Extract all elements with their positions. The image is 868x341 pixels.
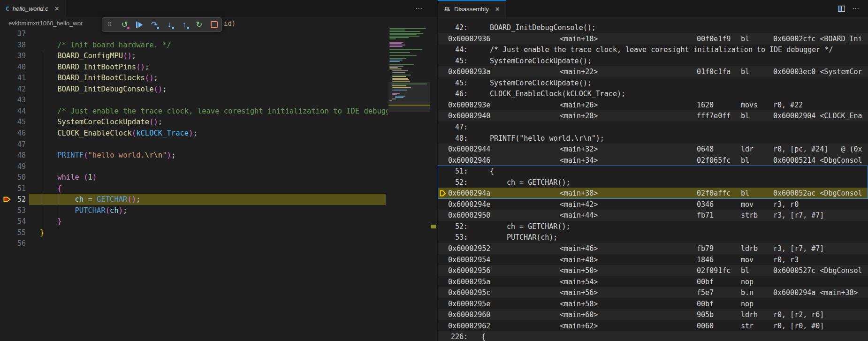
disasm-instruction-row-0x6000294e[interactable]: 0x6000294e<main+42>0346movr3, r0 bbox=[438, 199, 868, 210]
close-tab-icon[interactable]: ✕ bbox=[495, 6, 500, 13]
disasm-source-line-row[interactable]: 46:CLOCK_EnableClock(kCLOCK_Trace); bbox=[438, 88, 868, 99]
disasm-source-line-row[interactable]: 45:SystemCoreClockUpdate(); bbox=[438, 55, 868, 67]
code-line-43[interactable]: 43 bbox=[0, 94, 388, 106]
disasm-instruction-row-0x6000294a[interactable]: 0x6000294a<main+38>02f0affcbl0x600052ac … bbox=[438, 188, 868, 199]
line-number[interactable]: 48 bbox=[0, 150, 26, 161]
disasm-instruction-row-0x60002940[interactable]: 0x60002940<main+28>fff7e0ffbl0x60002904 … bbox=[438, 110, 868, 121]
instruction-address: 0x60002954 bbox=[448, 254, 490, 265]
code-line-40[interactable]: 40BOARD_InitBootPins(); bbox=[0, 61, 388, 73]
disasm-source-line-row[interactable]: 226:{ bbox=[438, 331, 868, 341]
overview-ruler-scrollbar[interactable] bbox=[430, 17, 437, 341]
step-into-button[interactable]: ↓ bbox=[164, 19, 175, 30]
step-out-button[interactable]: ↑ bbox=[179, 19, 190, 30]
disasm-instruction-row-0x60002936[interactable]: 0x60002936<main+18>00f0e1f9bl0x60002cfc … bbox=[438, 33, 868, 45]
restart-button[interactable]: ↻ bbox=[193, 19, 205, 30]
line-number[interactable]: 53 bbox=[0, 205, 26, 216]
disasm-instruction-row-0x60002954[interactable]: 0x60002954<main+48>1846movr0, r3 bbox=[438, 254, 868, 265]
disasm-source-line-row[interactable]: 44:/* Just enable the trace clock, leave… bbox=[438, 44, 868, 55]
line-number[interactable]: 42 bbox=[0, 83, 26, 95]
line-number[interactable]: 56 bbox=[0, 238, 26, 249]
line-number[interactable]: 49 bbox=[0, 161, 26, 172]
disasm-source-line-row[interactable]: 42:BOARD_InitDebugConsole(); bbox=[438, 22, 868, 33]
code-line-53[interactable]: 53PUTCHAR(ch); bbox=[0, 205, 388, 216]
disasm-instruction-row-0x60002962[interactable]: 0x60002962<main+62>0060strr0, [r0, #0] bbox=[438, 320, 868, 332]
disasm-source-line-row[interactable]: 48:PRINTF("hello world.\r\n"); bbox=[438, 133, 868, 144]
machine-code: 1846 bbox=[697, 254, 714, 265]
disasm-instruction-row-0x60002956[interactable]: 0x60002956<main+50>02f091fcbl0x6000527c … bbox=[438, 265, 868, 276]
disasm-instruction-row-0x6000295c[interactable]: 0x6000295c<main+56>f5e7b.n0x6000294a <ma… bbox=[438, 287, 868, 298]
code-line-42[interactable]: 42BOARD_InitDebugConsole(); bbox=[0, 83, 388, 95]
line-number[interactable]: 45 bbox=[0, 116, 26, 128]
disasm-source-line-row[interactable]: 53:PUTCHAR(ch); bbox=[438, 232, 868, 243]
line-number[interactable]: 44 bbox=[0, 106, 26, 117]
disassembly-view[interactable]: 42:BOARD_InitDebugConsole();0x60002936<m… bbox=[438, 17, 868, 341]
code-line-46[interactable]: 46CLOCK_EnableClock(kCLOCK_Trace); bbox=[0, 128, 388, 139]
code-text: BOARD_ConfigMPU(); bbox=[57, 50, 136, 61]
disasm-source-line-row[interactable]: 52:ch = GETCHAR(); bbox=[438, 221, 868, 232]
code-line-38[interactable]: 38/* Init board hardware. */ bbox=[0, 39, 388, 51]
line-number[interactable]: 38 bbox=[0, 39, 26, 51]
disasm-instruction-row-0x6000295a[interactable]: 0x6000295a<main+54>00bfnop bbox=[438, 276, 868, 288]
continue-button[interactable] bbox=[134, 19, 145, 30]
line-number[interactable]: 54 bbox=[0, 216, 26, 227]
stop-button[interactable] bbox=[208, 19, 220, 30]
code-line-51[interactable]: 51{ bbox=[0, 183, 388, 194]
disasm-instruction-row-0x6000295e[interactable]: 0x6000295e<main+58>00bfnop bbox=[438, 298, 868, 310]
drag-handle-button[interactable]: ⠿ bbox=[104, 19, 115, 30]
code-line-52[interactable]: 52ch = GETCHAR(); bbox=[0, 194, 388, 205]
disasm-instruction-row-0x6000293a[interactable]: 0x6000293a<main+22>01f0c1fabl0x60003ec0 … bbox=[438, 66, 868, 77]
disasm-instruction-row-0x6000293e[interactable]: 0x6000293e<main+26>1620movsr0, #22 bbox=[438, 99, 868, 111]
code-line-47[interactable]: 47 bbox=[0, 139, 388, 150]
code-line-49[interactable]: 49 bbox=[0, 161, 388, 172]
line-number[interactable]: 51 bbox=[0, 183, 26, 194]
line-number[interactable]: 55 bbox=[0, 227, 26, 238]
code-line-41[interactable]: 41BOARD_InitBootClocks(); bbox=[0, 72, 388, 83]
line-number[interactable]: 40 bbox=[0, 61, 26, 73]
code-line-48[interactable]: 48PRINTF("hello world.\r\n"); bbox=[0, 150, 388, 161]
disasm-instruction-row-0x60002950[interactable]: 0x60002950<main+44>fb71strbr3, [r7, #7] bbox=[438, 210, 868, 221]
disasm-instruction-row-0x60002952[interactable]: 0x60002952<main+46>fb79ldrbr3, [r7, #7] bbox=[438, 243, 868, 254]
disasm-instruction-row-0x60002944[interactable]: 0x60002944<main+32>0648ldrr0, [pc, #24] … bbox=[438, 144, 868, 155]
minimap-code-bar bbox=[389, 31, 420, 32]
operands: 0x60002cfc <BOARD_Ini bbox=[773, 33, 862, 45]
disasm-instruction-row-0x60002960[interactable]: 0x60002960<main+60>905bldrhr0, [r2, r6] bbox=[438, 309, 868, 320]
mnemonic: nop bbox=[741, 298, 754, 310]
line-number[interactable]: 39 bbox=[0, 50, 26, 61]
line-number[interactable]: 50 bbox=[0, 172, 26, 183]
code-line-50[interactable]: 50while (1) bbox=[0, 172, 388, 183]
code-line-56[interactable]: 56 bbox=[0, 238, 388, 249]
minimap-code-bar bbox=[389, 49, 422, 50]
minimap[interactable] bbox=[388, 27, 430, 289]
disasm-source-line-row[interactable]: 45:SystemCoreClockUpdate(); bbox=[438, 77, 868, 89]
line-number[interactable]: 41 bbox=[0, 72, 26, 83]
close-tab-icon[interactable]: ✕ bbox=[54, 5, 60, 12]
disasm-source-line-row[interactable]: 52:ch = GETCHAR(); bbox=[438, 177, 868, 188]
disasm-source-line-row[interactable]: 47: bbox=[438, 121, 868, 133]
line-number[interactable]: 43 bbox=[0, 94, 26, 106]
more-actions-icon[interactable]: ⋯ bbox=[852, 4, 860, 13]
code-line-39[interactable]: 39BOARD_ConfigMPU(); bbox=[0, 50, 388, 61]
editor-actions-more-icon[interactable]: ⋯ bbox=[415, 4, 423, 13]
tab-disassembly[interactable]: Disassembly ✕ bbox=[438, 0, 506, 17]
disasm-instruction-row-0x60002946[interactable]: 0x60002946<main+34>02f065fcbl0x60005214 … bbox=[438, 155, 868, 166]
line-number[interactable]: 37 bbox=[0, 30, 26, 39]
disasm-source-line-row[interactable]: 51:{ bbox=[438, 166, 868, 177]
line-number[interactable]: 46 bbox=[0, 128, 26, 139]
code-line-55[interactable]: 55} bbox=[0, 227, 388, 238]
minimap-code-bar bbox=[392, 93, 400, 94]
breakpoint-current-instruction-icon[interactable] bbox=[3, 195, 11, 205]
step-over-button[interactable]: ↷ bbox=[149, 19, 160, 30]
code-line-44[interactable]: 44/* Just enable the trace clock, leave … bbox=[0, 106, 388, 117]
minimap-code-bar bbox=[389, 100, 392, 101]
reset-device-button[interactable]: ↺ bbox=[119, 19, 130, 30]
mnemonic: bl bbox=[741, 33, 749, 45]
mnemonic: bl bbox=[741, 188, 749, 199]
code-line-45[interactable]: 45SystemCoreClockUpdate(); bbox=[0, 116, 388, 128]
machine-code: 0648 bbox=[697, 144, 714, 155]
split-editor-icon[interactable] bbox=[838, 5, 845, 13]
line-number[interactable]: 47 bbox=[0, 139, 26, 150]
tab-hello-world-c[interactable]: C hello_world.c ✕ bbox=[0, 0, 66, 17]
c-language-icon: C bbox=[6, 5, 9, 12]
code-line-54[interactable]: 54} bbox=[0, 216, 388, 227]
code-editor[interactable]: 3738/* Init board hardware. */39BOARD_Co… bbox=[0, 30, 388, 341]
